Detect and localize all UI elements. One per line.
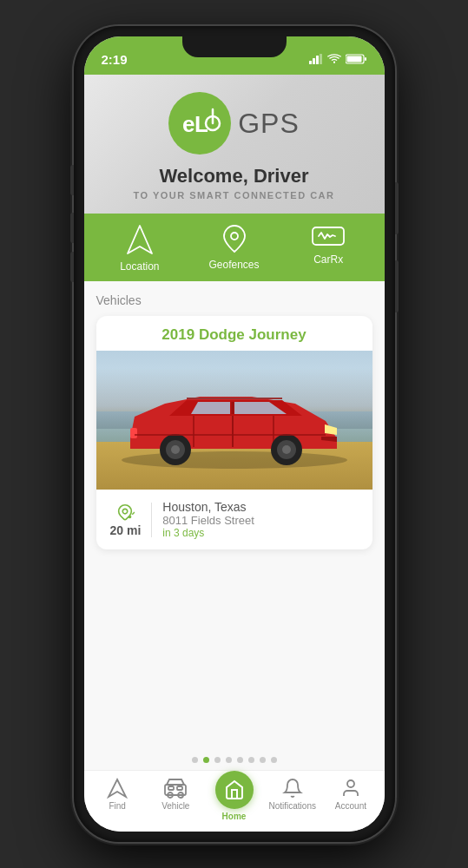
action-geofences[interactable]: Geofences [187, 224, 281, 273]
svg-point-22 [171, 445, 180, 454]
status-icons [309, 54, 367, 64]
svg-point-29 [129, 515, 132, 518]
svg-rect-36 [177, 786, 182, 790]
action-carrx-label: CarRx [313, 253, 343, 266]
svg-point-25 [282, 445, 291, 454]
car-illustration [113, 378, 356, 477]
svg-rect-26 [130, 428, 137, 438]
svg-marker-31 [109, 779, 126, 797]
dot-1[interactable] [192, 757, 198, 763]
svg-point-4 [333, 62, 334, 63]
svg-rect-0 [309, 61, 312, 64]
action-location-label: Location [120, 260, 159, 273]
nav-find-label: Find [109, 801, 125, 811]
vehicles-section: Vehicles 2019 Dodge Journey [84, 281, 385, 746]
dot-4[interactable] [226, 757, 232, 763]
wifi-icon [327, 54, 341, 64]
nav-account[interactable]: Account [321, 778, 379, 821]
nav-home-label: Home [222, 812, 247, 821]
bottom-nav: Find Vehicle [84, 770, 385, 832]
geofences-icon [222, 224, 247, 253]
notch [182, 36, 287, 57]
dot-7[interactable] [260, 757, 266, 763]
svg-rect-6 [365, 57, 366, 61]
vehicles-title: Vehicles [96, 293, 372, 307]
svg-point-15 [122, 451, 347, 469]
svg-rect-2 [316, 56, 319, 64]
map-distance-icon [115, 503, 135, 522]
nav-home-bg [215, 771, 254, 809]
user-icon [340, 778, 361, 799]
vehicle-card[interactable]: 2019 Dodge Journey [96, 316, 372, 549]
bell-icon [282, 778, 303, 799]
nav-notifications[interactable]: Notifications [263, 778, 321, 821]
svg-rect-1 [313, 58, 315, 64]
nav-home[interactable]: Home [205, 778, 263, 821]
nav-vehicle[interactable]: Vehicle [147, 778, 205, 821]
vehicle-name: 2019 Dodge Journey [96, 316, 372, 351]
dot-3[interactable] [214, 757, 221, 763]
nav-vehicle-label: Vehicle [161, 801, 189, 811]
phone-shell: 2:19 [74, 26, 395, 842]
svg-point-37 [347, 780, 354, 787]
address-city: Houston, Texas [162, 500, 358, 514]
distance-value: 20 mi [110, 523, 142, 537]
status-time: 2:19 [102, 52, 128, 67]
carrx-icon [312, 224, 345, 248]
svg-text:e: e [182, 111, 194, 137]
svg-point-13 [231, 233, 238, 240]
vehicle-info: 20 mi Houston, Texas 8011 Fields Street … [96, 490, 372, 549]
nav-notifications-label: Notifications [268, 801, 315, 811]
address-street: 8011 Fields Street [162, 514, 358, 527]
action-bar: Location Geofences CarRx [84, 214, 385, 281]
info-divider [151, 503, 152, 537]
welcome-title: Welcome, Driver [102, 165, 367, 187]
car-svg [113, 378, 356, 473]
logo-gps-text: GPS [238, 108, 300, 140]
dot-6[interactable] [248, 757, 254, 763]
address-eta: in 3 days [162, 527, 358, 539]
action-location[interactable]: Location [93, 224, 188, 273]
svg-rect-7 [346, 56, 361, 62]
nav-find[interactable]: Find [89, 778, 147, 821]
dot-8[interactable] [271, 757, 277, 763]
action-geofences-label: Geofences [208, 259, 259, 271]
screen: 2:19 [84, 36, 385, 832]
vehicle-icon [163, 778, 188, 799]
svg-rect-3 [320, 54, 322, 64]
nav-account-label: Account [335, 801, 366, 811]
logo-circle: e L [168, 92, 231, 155]
elo-logo-icon: e L [177, 101, 222, 146]
action-carrx[interactable]: CarRx [281, 224, 376, 273]
svg-line-30 [133, 512, 135, 515]
vehicle-distance: 20 mi [110, 503, 142, 537]
home-icon [224, 779, 245, 800]
battery-icon [346, 54, 367, 64]
dot-5[interactable] [237, 757, 243, 763]
header: e L GPS Welcome, Driver TO YOUR SMART CO… [84, 75, 385, 214]
location-icon [126, 224, 154, 255]
dot-2[interactable] [203, 757, 209, 763]
vehicle-image [96, 351, 372, 490]
welcome-subtitle: TO YOUR SMART CONNECTED CAR [102, 190, 367, 201]
carousel-dots [84, 746, 385, 770]
logo-container: e L GPS [102, 92, 367, 155]
svg-marker-12 [128, 226, 152, 253]
find-icon [107, 778, 128, 799]
signal-icon [309, 54, 323, 64]
svg-rect-35 [168, 786, 174, 790]
vehicle-address: Houston, Texas 8011 Fields Street in 3 d… [162, 500, 358, 539]
